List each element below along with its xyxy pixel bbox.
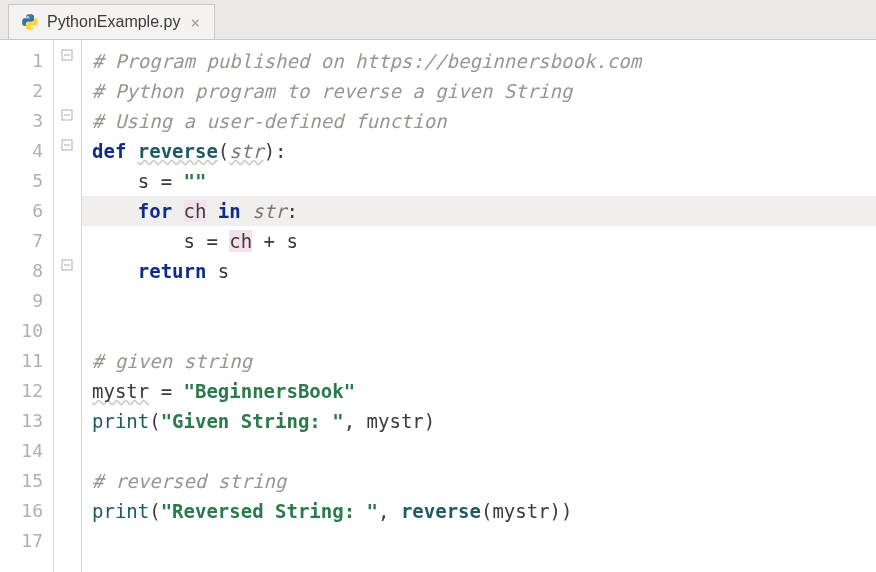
editor: 1234567891011121314151617 # Program publ… bbox=[0, 40, 876, 572]
python-file-icon bbox=[21, 13, 39, 31]
fold-marker-icon[interactable] bbox=[60, 48, 74, 62]
code-token: "" bbox=[184, 170, 207, 192]
code-token: ch bbox=[184, 200, 207, 222]
code-token: # Python program to reverse a given Stri… bbox=[92, 80, 572, 102]
code-token: reverse bbox=[401, 500, 481, 522]
line-number: 13 bbox=[0, 406, 53, 436]
code-line[interactable]: mystr = "BeginnersBook" bbox=[82, 376, 876, 406]
line-number-gutter: 1234567891011121314151617 bbox=[0, 40, 54, 572]
code-line[interactable] bbox=[82, 286, 876, 316]
code-token: in bbox=[206, 200, 252, 222]
line-number: 16 bbox=[0, 496, 53, 526]
code-line[interactable]: print("Given String: ", mystr) bbox=[82, 406, 876, 436]
code-token: # given string bbox=[92, 350, 252, 372]
code-token: for bbox=[138, 200, 184, 222]
code-line[interactable]: # given string bbox=[82, 346, 876, 376]
code-token: print bbox=[92, 500, 149, 522]
code-token: : bbox=[287, 200, 298, 222]
code-token: ch bbox=[229, 230, 252, 252]
code-area[interactable]: # Program published on https://beginners… bbox=[82, 40, 876, 572]
file-tab[interactable]: PythonExample.py × bbox=[8, 4, 215, 39]
code-token: str bbox=[252, 200, 286, 222]
line-number: 7 bbox=[0, 226, 53, 256]
code-line[interactable]: return s bbox=[82, 256, 876, 286]
line-number: 12 bbox=[0, 376, 53, 406]
code-token: print bbox=[92, 410, 149, 432]
code-token: , mystr) bbox=[344, 410, 436, 432]
fold-end-icon[interactable] bbox=[60, 258, 74, 272]
line-number: 17 bbox=[0, 526, 53, 556]
code-token: (mystr)) bbox=[481, 500, 573, 522]
code-token: ( bbox=[218, 140, 229, 162]
code-token: "Given String: " bbox=[161, 410, 344, 432]
line-number: 4 bbox=[0, 136, 53, 166]
code-token: s bbox=[218, 260, 229, 282]
code-line[interactable]: def reverse(str): bbox=[82, 136, 876, 166]
line-number: 9 bbox=[0, 286, 53, 316]
code-line[interactable]: # reversed string bbox=[82, 466, 876, 496]
code-token: + s bbox=[252, 230, 298, 252]
code-token: # reversed string bbox=[92, 470, 286, 492]
tab-bar: PythonExample.py × bbox=[0, 0, 876, 40]
line-number: 5 bbox=[0, 166, 53, 196]
code-token: # Program published on https://beginners… bbox=[92, 50, 641, 72]
fold-marker-icon[interactable] bbox=[60, 138, 74, 152]
code-token: def bbox=[92, 140, 138, 162]
code-token: ( bbox=[149, 410, 160, 432]
line-number: 6 bbox=[0, 196, 53, 226]
line-number: 1 bbox=[0, 46, 53, 76]
code-token: ): bbox=[264, 140, 287, 162]
fold-column bbox=[54, 40, 82, 572]
code-token: return bbox=[138, 260, 218, 282]
code-line[interactable] bbox=[82, 526, 876, 556]
code-token: reverse bbox=[138, 140, 218, 162]
line-number: 2 bbox=[0, 76, 53, 106]
code-token: "BeginnersBook" bbox=[184, 380, 356, 402]
line-number: 8 bbox=[0, 256, 53, 286]
code-line[interactable]: # Python program to reverse a given Stri… bbox=[82, 76, 876, 106]
code-line[interactable]: s = "" bbox=[82, 166, 876, 196]
line-number: 11 bbox=[0, 346, 53, 376]
fold-marker-icon[interactable] bbox=[60, 108, 74, 122]
line-number: 15 bbox=[0, 466, 53, 496]
code-token: , bbox=[378, 500, 401, 522]
code-token: = bbox=[149, 380, 183, 402]
code-line[interactable]: for ch in str: bbox=[82, 196, 876, 226]
code-line[interactable]: print("Reversed String: ", reverse(mystr… bbox=[82, 496, 876, 526]
line-number: 14 bbox=[0, 436, 53, 466]
code-token: ( bbox=[149, 500, 160, 522]
line-number: 10 bbox=[0, 316, 53, 346]
code-token: s = bbox=[138, 170, 184, 192]
code-line[interactable] bbox=[82, 436, 876, 466]
code-line[interactable]: # Using a user-defined function bbox=[82, 106, 876, 136]
code-token: str bbox=[229, 140, 263, 162]
line-number: 3 bbox=[0, 106, 53, 136]
code-line[interactable]: # Program published on https://beginners… bbox=[82, 46, 876, 76]
code-line[interactable] bbox=[82, 316, 876, 346]
code-token: s = bbox=[184, 230, 230, 252]
file-tab-label: PythonExample.py bbox=[47, 13, 180, 31]
code-token: mystr bbox=[92, 380, 149, 402]
code-line[interactable]: s = ch + s bbox=[82, 226, 876, 256]
code-token: # Using a user-defined function bbox=[92, 110, 447, 132]
close-icon[interactable]: × bbox=[188, 13, 202, 32]
code-token: "Reversed String: " bbox=[161, 500, 378, 522]
